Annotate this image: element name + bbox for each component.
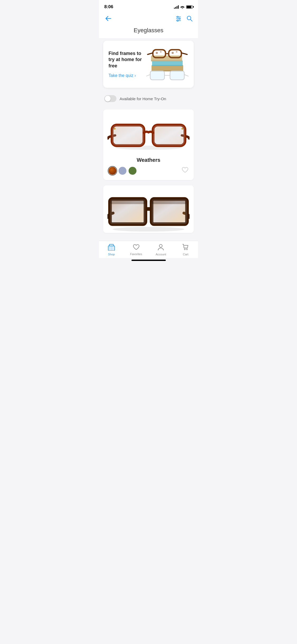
home-tryon-toggle[interactable]: [104, 95, 116, 102]
weathers-glasses-image: [107, 117, 190, 151]
battery-icon: [186, 5, 193, 9]
nav-right-actions: [175, 15, 193, 23]
shop-icon: [108, 244, 115, 252]
svg-rect-25: [150, 71, 164, 80]
svg-point-23: [172, 52, 174, 54]
search-icon[interactable]: [186, 15, 193, 23]
svg-point-54: [184, 249, 185, 250]
filter-icon[interactable]: [175, 16, 182, 23]
status-time: 8:06: [104, 4, 113, 10]
svg-rect-15: [151, 60, 182, 61]
favorites-label: Favorites: [130, 252, 142, 256]
svg-rect-50: [109, 246, 110, 251]
account-icon: [158, 244, 164, 252]
weathers-image-area[interactable]: [103, 109, 194, 156]
toggle-section: Available for Home Try-On: [103, 93, 194, 104]
quiz-image: [146, 47, 188, 81]
product-card-weathers: Weathers: [103, 109, 194, 180]
shop-label: Shop: [108, 253, 115, 256]
nav-item-favorites[interactable]: Favorites: [124, 244, 149, 256]
toggle-label: Available for Home Try-On: [120, 96, 166, 101]
cart-label: Cart: [183, 253, 188, 256]
svg-point-53: [159, 245, 162, 247]
quiz-card: Find frames to try at home for free Take…: [103, 41, 194, 88]
favorites-icon: [133, 244, 140, 251]
wifi-icon: [180, 5, 185, 9]
svg-rect-48: [152, 199, 187, 204]
svg-line-19: [148, 53, 153, 54]
quiz-text: Find frames to try at home for free Take…: [109, 50, 146, 78]
svg-rect-51: [111, 246, 112, 251]
page-title: Eyeglasses: [99, 27, 198, 34]
svg-rect-26: [170, 71, 184, 80]
svg-point-39: [112, 227, 184, 232]
favorite-button-weathers[interactable]: [182, 167, 188, 175]
quiz-illustration: [146, 47, 188, 81]
svg-point-55: [186, 249, 187, 250]
status-bar: 8:06: [99, 0, 198, 12]
svg-rect-52: [112, 246, 114, 251]
quiz-headline: Find frames to try at home for free: [109, 50, 146, 69]
home-indicator: [99, 258, 198, 261]
svg-rect-35: [114, 127, 142, 144]
svg-rect-47: [110, 199, 145, 204]
weathers-product-name: Weathers: [103, 156, 194, 167]
second-glasses-image: [107, 194, 190, 232]
nav-header: [99, 12, 198, 27]
color-option-tortoise[interactable]: [109, 167, 116, 175]
svg-point-6: [179, 18, 180, 19]
svg-line-9: [191, 20, 192, 21]
svg-point-24: [176, 51, 177, 53]
svg-rect-13: [152, 65, 183, 66]
svg-point-7: [177, 20, 178, 21]
svg-rect-36: [155, 127, 183, 144]
account-label: Account: [156, 253, 166, 256]
svg-point-22: [160, 51, 162, 53]
svg-rect-44: [145, 207, 152, 211]
product-card-second: [103, 185, 194, 233]
main-content: Find frames to try at home for free Take…: [99, 38, 198, 241]
status-icons: [174, 5, 193, 9]
home-bar: [131, 260, 166, 261]
bottom-nav: Shop Favorites Account Cart: [99, 241, 198, 258]
color-option-lavender[interactable]: [119, 167, 126, 175]
nav-item-shop[interactable]: Shop: [99, 244, 124, 256]
weathers-color-options: [103, 167, 194, 180]
page-title-section: Eyeglasses: [99, 27, 198, 38]
cart-icon: [182, 244, 189, 252]
quiz-link[interactable]: Take the quiz ›: [109, 73, 146, 78]
svg-point-21: [156, 52, 158, 54]
nav-item-account[interactable]: Account: [149, 244, 173, 256]
signal-icon: [174, 5, 179, 9]
nav-item-cart[interactable]: Cart: [173, 244, 198, 256]
svg-line-29: [184, 75, 188, 77]
svg-point-5: [177, 16, 178, 17]
svg-point-38: [181, 128, 183, 130]
back-button[interactable]: [104, 15, 112, 24]
svg-line-28: [146, 75, 150, 77]
svg-line-20: [181, 53, 187, 54]
second-product-image-area[interactable]: [103, 185, 194, 233]
color-option-green[interactable]: [129, 167, 136, 175]
svg-point-0: [182, 8, 183, 8]
svg-point-37: [114, 128, 116, 130]
